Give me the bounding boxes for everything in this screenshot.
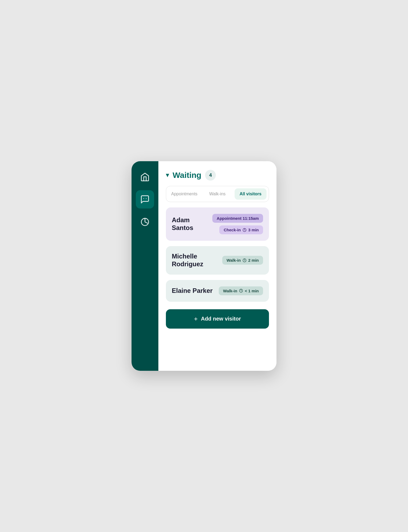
analytics-icon [140,217,150,227]
clock-icon [242,258,247,263]
visitor-badges-elaine: Walk-in < 1 min [219,286,263,295]
home-icon [140,172,150,182]
tab-all-visitors[interactable]: All visitors [235,188,267,200]
clock-icon [239,289,243,293]
visitor-name-adam: Adam Santos [172,216,209,232]
sidebar-item-chat[interactable] [136,190,154,209]
appointment-time-badge: Appointment 11:15am [212,214,263,223]
chat-icon [140,195,150,204]
sidebar-item-analytics[interactable] [136,213,154,231]
visitor-badges-michelle: Walk-in 2 min [222,256,263,265]
tab-appointments[interactable]: Appointments [168,188,200,200]
waiting-title: Waiting [173,171,201,180]
walkin-time-badge-michelle: Walk-in 2 min [222,256,263,265]
main-content: ▾ Waiting 4 Appointments Walk-ins All vi… [158,161,276,371]
tab-walkins[interactable]: Walk-ins [201,188,233,200]
visitor-badges-adam: Appointment 11:15am Check-in 3 min [212,214,263,234]
waiting-count-badge: 4 [205,170,216,181]
sidebar-item-home[interactable] [136,168,154,186]
add-new-visitor-button[interactable]: + Add new visitor [166,309,269,329]
visitor-card-elaine[interactable]: Elaine Parker Walk-in < 1 min [166,280,269,302]
chevron-down-icon[interactable]: ▾ [166,172,169,179]
tab-bar: Appointments Walk-ins All visitors [166,186,269,202]
svg-point-0 [143,198,144,199]
walkin-time-badge-elaine: Walk-in < 1 min [219,286,263,295]
visitor-card-adam[interactable]: Adam Santos Appointment 11:15am Check-in… [166,207,269,241]
plus-icon: + [194,315,198,323]
visitor-name-elaine: Elaine Parker [172,287,213,295]
sidebar [132,161,158,371]
visitor-name-michelle: Michelle Rodriguez [172,253,219,268]
waiting-header: ▾ Waiting 4 [166,170,269,181]
clock-icon [242,228,247,232]
checkin-time-badge: Check-in 3 min [219,225,263,234]
add-visitor-label: Add new visitor [201,316,241,322]
svg-point-1 [146,198,147,199]
visitor-card-michelle[interactable]: Michelle Rodriguez Walk-in 2 min [166,246,269,275]
